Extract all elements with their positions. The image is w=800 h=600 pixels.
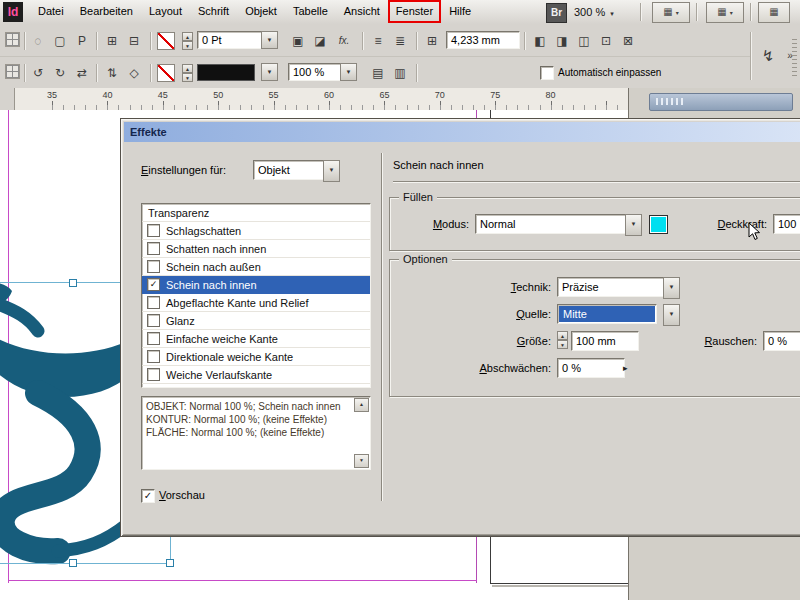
flip-vertical-icon[interactable]: ⇅ (102, 63, 122, 83)
selection-handle-bottom-right[interactable] (166, 559, 174, 567)
effect-checkbox-einfache-weiche-kante[interactable] (147, 332, 160, 345)
margin-guide-horizontal-bottom[interactable] (8, 580, 477, 581)
effects-list-header[interactable]: Transparenz (142, 204, 370, 222)
fit-content-icon-2[interactable]: ◨ (552, 31, 572, 51)
choke-input[interactable]: 0 % (557, 358, 625, 378)
drop-shadow-icon[interactable]: ◪ (310, 31, 330, 51)
settings-for-combo[interactable]: Objekt (253, 160, 325, 180)
menu-item-tabelle[interactable]: Tabelle (285, 0, 336, 23)
scale-percent-input[interactable]: 100 % (288, 63, 342, 81)
flip-horizontal-icon[interactable]: ⇄ (72, 63, 92, 83)
menu-item-objekt[interactable]: Objekt (237, 0, 285, 23)
effect-row-glanz[interactable]: Glanz (142, 312, 370, 330)
quick-apply-lightning-icon[interactable]: ↯ (758, 46, 778, 66)
unlink-icon[interactable]: ⊟ (124, 31, 144, 51)
mode-dropdown-arrow[interactable]: ▼ (625, 214, 642, 236)
effects-fx-button[interactable]: fx. (332, 31, 356, 51)
arrow-down-icon[interactable]: ▼ (182, 73, 193, 82)
menu-item-layout[interactable]: Layout (141, 0, 190, 23)
effect-row-schein-nach-innen[interactable]: ✓Schein nach innen (142, 276, 370, 294)
arrow-up-icon[interactable]: ▲ (182, 32, 193, 41)
selection-handle-top-mid[interactable] (69, 279, 77, 287)
size-input[interactable]: 100 mm (571, 331, 639, 351)
effect-checkbox-direktionale-weiche-kante[interactable] (147, 350, 160, 363)
stroke-none-icon[interactable] (157, 32, 175, 50)
dashed-ellipse-icon[interactable]: ◌ (28, 31, 48, 51)
workspace-panel-button-3[interactable]: ▦ (758, 2, 790, 23)
effect-checkbox-schlagschatten[interactable] (147, 224, 160, 237)
arrow-down-icon[interactable]: ▼ (557, 340, 568, 349)
mode-combo[interactable]: Normal (475, 214, 627, 234)
dashed-frame-icon[interactable]: ▢ (50, 31, 70, 51)
frame-width-input[interactable]: 4,233 mm (446, 31, 520, 49)
menu-item-ansicht[interactable]: Ansicht (336, 0, 388, 23)
arrow-up-icon[interactable]: ▲ (182, 64, 193, 73)
fill-stepper[interactable]: ▲ ▼ (182, 64, 193, 82)
fit-content-icon-5[interactable]: ⊠ (618, 31, 638, 51)
source-combo[interactable]: Mitte (557, 304, 657, 324)
summary-scroll-down-icon[interactable]: ▼ (354, 454, 369, 468)
menu-item-fenster[interactable]: Fenster (388, 0, 441, 23)
corner-options-icon[interactable]: ▣ (288, 31, 308, 51)
rotate-cw-icon[interactable]: ↻ (50, 63, 70, 83)
panel-grip[interactable] (792, 36, 797, 76)
arrow-down-icon[interactable]: ▼ (182, 41, 193, 50)
effect-row-einfache-weiche-kante[interactable]: Einfache weiche Kante (142, 330, 370, 348)
fill-color-swatch[interactable] (197, 64, 255, 81)
size-stepper[interactable]: ▲ ▼ (557, 331, 568, 349)
horizontal-ruler[interactable]: 35404550556065707580 (0, 88, 628, 111)
anchored-object-icon[interactable]: P (72, 31, 92, 51)
effect-checkbox-schatten-nach-innen[interactable] (147, 242, 160, 255)
technique-combo[interactable]: Präzise (557, 277, 665, 297)
chevron-down-icon[interactable]: ▾ (610, 10, 614, 17)
effect-checkbox-abgeflachte-kante-und-relief[interactable] (147, 296, 160, 309)
effect-checkbox-glanz[interactable] (147, 314, 160, 327)
stroke-weight-dropdown-arrow[interactable]: ▼ (261, 31, 278, 49)
effect-row-abgeflachte-kante-und-relief[interactable]: Abgeflachte Kante und Relief (142, 294, 370, 312)
reference-point-grid-2[interactable] (5, 64, 20, 79)
rotate-ccw-icon[interactable]: ↺ (28, 63, 48, 83)
fit-content-icon-1[interactable]: ◧ (530, 31, 550, 51)
menu-item-bearbeiten[interactable]: Bearbeiten (72, 0, 141, 23)
menu-item-hilfe[interactable]: Hilfe (441, 0, 479, 23)
effect-row-weiche-verlaufskante[interactable]: Weiche Verlaufskante (142, 366, 370, 384)
glow-color-swatch[interactable] (649, 215, 668, 234)
noise-input[interactable]: 0 % (763, 331, 800, 351)
preview-checkbox[interactable]: ✓ (141, 489, 155, 503)
source-dropdown-arrow[interactable]: ▼ (663, 304, 680, 326)
fill-none-icon[interactable] (157, 64, 175, 82)
scale-dropdown-arrow[interactable]: ▼ (340, 63, 357, 81)
bridge-button[interactable]: Br (546, 3, 567, 23)
valign-bottom-icon[interactable]: ▥ (390, 63, 410, 83)
summary-scroll-up-icon[interactable]: ▲ (354, 398, 369, 412)
align-justify-icon[interactable]: ≣ (390, 31, 410, 51)
selection-handle-bottom-mid[interactable] (69, 559, 77, 567)
dock-header-bar[interactable] (649, 93, 793, 111)
effect-checkbox-weiche-verlaufskante[interactable] (147, 368, 160, 381)
fill-dropdown-arrow[interactable]: ▼ (261, 63, 278, 81)
technique-dropdown-arrow[interactable]: ▼ (663, 277, 680, 299)
effect-row-direktionale-weiche-kante[interactable]: Direktionale weiche Kante (142, 348, 370, 366)
panel-menu-chevrons-icon[interactable]: » (780, 46, 800, 66)
ruler-corner[interactable] (0, 88, 15, 111)
dialog-titlebar[interactable]: Effekte (124, 122, 800, 142)
choke-flyout-arrow-icon[interactable]: ▸ (623, 358, 628, 378)
relink-icon[interactable]: ⊞ (102, 31, 122, 51)
effect-row-schatten-nach-innen[interactable]: Schatten nach innen (142, 240, 370, 258)
reference-point-grid[interactable] (5, 32, 20, 47)
menu-item-schrift[interactable]: Schrift (190, 0, 237, 23)
effect-row-schein-nach-au-en[interactable]: Schein nach außen (142, 258, 370, 276)
zoom-level-combo[interactable]: 300 %▾ (574, 3, 632, 21)
fit-content-icon-3[interactable]: ◫ (574, 31, 594, 51)
valign-top-icon[interactable]: ▤ (368, 63, 388, 83)
shear-icon[interactable]: ◇ (124, 63, 144, 83)
arrow-up-icon[interactable]: ▲ (557, 331, 568, 340)
workspace-panel-button-1[interactable]: ▦▾ (652, 2, 690, 23)
opacity-input[interactable]: 100 (773, 214, 800, 234)
workspace-panel-button-2[interactable]: ▦▾ (706, 2, 744, 23)
effect-checkbox-schein-nach-innen[interactable]: ✓ (147, 278, 160, 291)
stroke-weight-input[interactable]: 0 Pt (197, 31, 263, 49)
stroke-weight-stepper[interactable]: ▲ ▼ (182, 32, 193, 50)
effects-list[interactable]: TransparenzSchlagschattenSchatten nach i… (141, 203, 371, 388)
menu-item-datei[interactable]: Datei (30, 0, 72, 23)
